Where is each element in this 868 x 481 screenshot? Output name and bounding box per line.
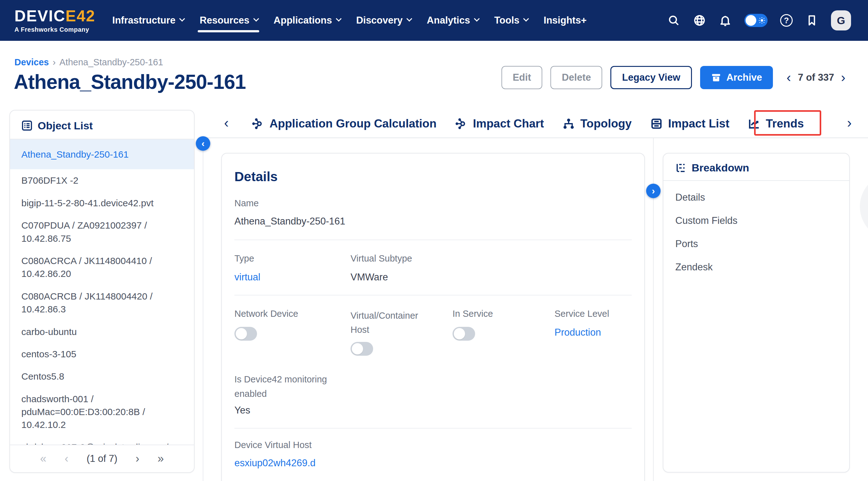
network-device-toggle[interactable] — [235, 327, 257, 341]
details-panel: Details Name Athena_Standby-250-161 Type… — [221, 153, 645, 481]
breakdown-items: Details Custom Fields Ports Zendesk — [663, 181, 849, 279]
in-service-toggle[interactable] — [453, 327, 475, 341]
delete-button[interactable]: Delete — [551, 66, 602, 89]
list-box-icon — [650, 117, 663, 130]
breadcrumb-devices-link[interactable]: Devices — [14, 57, 49, 67]
chevron-down-icon — [253, 16, 259, 21]
nav-item-resources[interactable]: Resources — [199, 0, 257, 41]
breakdown-item-details[interactable]: Details — [663, 186, 849, 209]
tab-topology[interactable]: Topology — [562, 117, 632, 130]
chevron-down-icon — [523, 16, 529, 21]
list-item[interactable]: bigip-11-5-2-80-41.device42.pvt — [10, 192, 194, 214]
nav-item-tools[interactable]: Tools — [494, 0, 527, 41]
help-icon[interactable]: ? — [780, 14, 793, 27]
list-item[interactable]: C080ACRCA / JK1148004410 / 10.42.86.20 — [10, 250, 194, 285]
chevron-down-icon — [336, 16, 341, 21]
next-record-icon[interactable]: › — [841, 71, 845, 84]
breadcrumb-current: Athena_Standby-250-161 — [59, 57, 163, 67]
in-service-label: In Service — [453, 309, 493, 319]
name-label: Name — [235, 198, 632, 208]
device-virtual-host-link[interactable]: esxiup02wh4269.d — [235, 457, 632, 469]
share-nodes-icon — [251, 117, 265, 130]
chevron-down-icon — [474, 16, 479, 21]
logo-brand-accent: E42 — [66, 7, 95, 25]
prev-page-icon[interactable]: ‹ — [65, 452, 68, 465]
logo-brand: DEVIC — [14, 7, 66, 25]
detail-tabbar: ‹ Application Group Calculation Impact C… — [203, 110, 868, 138]
chart-line-icon — [747, 117, 761, 130]
breadcrumb: Devices › Athena_Standby-250-161 — [14, 57, 163, 67]
last-page-icon[interactable]: » — [158, 452, 164, 465]
record-pager-label: 7 of 337 — [798, 72, 834, 83]
divider — [235, 428, 632, 428]
nav-item-infrastructure[interactable]: Infrastructure — [112, 0, 184, 41]
active-nav-underline — [198, 30, 259, 32]
globe-icon[interactable] — [693, 14, 706, 27]
service-level-value-link[interactable]: Production — [555, 327, 601, 338]
nav-item-discovery[interactable]: Discovery — [356, 0, 410, 41]
top-nav: DEVICE42 A Freshworks Company Infrastruc… — [0, 0, 868, 41]
sidebar-divider — [203, 138, 203, 481]
vc-host-toggle[interactable] — [350, 342, 373, 356]
object-list-pagination: « ‹ (1 of 7) › » — [10, 445, 194, 472]
collapse-object-list-button[interactable]: ‹ — [196, 136, 210, 151]
floating-widget-partial[interactable] — [860, 173, 868, 240]
list-item[interactable]: Centos5.8 — [10, 365, 194, 387]
page-title: Athena_Standby-250-161 — [14, 70, 246, 94]
breakdown-item-ports[interactable]: Ports — [663, 232, 849, 255]
list-icon — [21, 119, 33, 132]
prev-record-icon[interactable]: ‹ — [787, 71, 791, 84]
type-value-link[interactable]: virtual — [235, 272, 260, 283]
toggle-knob-icon — [746, 15, 756, 26]
breakdown-header: Breakdown — [663, 153, 849, 180]
list-item[interactable]: Athena_Standby-250-161 — [10, 140, 194, 169]
breakdown-item-custom-fields[interactable]: Custom Fields — [663, 209, 849, 232]
bookmark-icon[interactable] — [805, 14, 818, 27]
tabs-scroll-left-icon[interactable]: ‹ — [224, 115, 229, 132]
archive-button[interactable]: Archive — [700, 66, 773, 89]
object-list-items: Athena_Standby-250-161 B706DF1X -2 bigip… — [10, 140, 194, 445]
legacy-view-button[interactable]: Legacy View — [610, 66, 692, 89]
share-nodes-icon — [455, 117, 468, 130]
breakdown-panel: Breakdown Details Custom Fields Ports Ze… — [663, 153, 850, 473]
search-icon[interactable] — [667, 14, 680, 27]
user-avatar[interactable]: G — [831, 10, 851, 30]
logo-tagline: A Freshworks Company — [14, 26, 95, 33]
tab-application-group-calculation[interactable]: Application Group Calculation — [251, 117, 436, 130]
tabs-scroll-right-icon[interactable]: › — [847, 115, 852, 132]
tabs: Application Group Calculation Impact Cha… — [251, 117, 804, 130]
tab-impact-list[interactable]: Impact List — [650, 117, 729, 130]
divider — [235, 295, 632, 296]
breakdown-title: Breakdown — [692, 162, 749, 174]
virtual-subtype-label: Virtual Subtype — [350, 253, 412, 264]
nav-item-applications[interactable]: Applications — [274, 0, 340, 41]
list-item[interactable]: C080ACRCB / JK1148004420 / 10.42.86.3 — [10, 285, 194, 321]
details-heading: Details — [235, 169, 632, 184]
device42-logo[interactable]: DEVICE42 A Freshworks Company — [14, 8, 95, 33]
collapse-breakdown-button[interactable]: › — [646, 184, 660, 198]
list-item[interactable]: carbo-ubuntu — [10, 321, 194, 343]
record-pager: ‹ 7 of 337 › — [787, 71, 845, 84]
list-item[interactable]: chdvhvac207-2@priv.dvtrading.co / 2843 — [10, 436, 194, 445]
name-value: Athena_Standby-250-161 — [235, 216, 632, 227]
logo-wordmark: DEVICE42 — [14, 8, 95, 24]
breadcrumb-separator: › — [53, 57, 56, 67]
first-page-icon[interactable]: « — [40, 452, 46, 465]
next-page-icon[interactable]: › — [135, 452, 140, 465]
virtual-subtype-value: VMWare — [350, 272, 388, 283]
breakdown-item-zendesk[interactable]: Zendesk — [663, 255, 849, 279]
tab-trends[interactable]: Trends — [747, 117, 804, 130]
nav-item-insights[interactable]: Insights+ — [544, 0, 587, 41]
edit-button[interactable]: Edit — [501, 66, 542, 89]
nav-item-analytics[interactable]: Analytics — [427, 0, 478, 41]
list-item[interactable]: centos-3-105 — [10, 343, 194, 365]
theme-toggle[interactable] — [744, 14, 768, 27]
list-item[interactable]: B706DF1X -2 — [10, 169, 194, 191]
monitoring-enabled-label: Is Device42 monitoring enabled — [235, 372, 338, 401]
notifications-bell-icon[interactable] — [719, 14, 732, 27]
tab-impact-chart[interactable]: Impact Chart — [455, 117, 544, 130]
tree-list-icon — [675, 162, 687, 174]
list-item[interactable]: chadsworth-001 / pduMac=00:0E:D3:00:20:8… — [10, 388, 194, 436]
nav-menu: Infrastructure Resources Applications Di… — [112, 0, 587, 41]
list-item[interactable]: C070PDUA / ZA0921002397 / 10.42.86.75 — [10, 214, 194, 250]
